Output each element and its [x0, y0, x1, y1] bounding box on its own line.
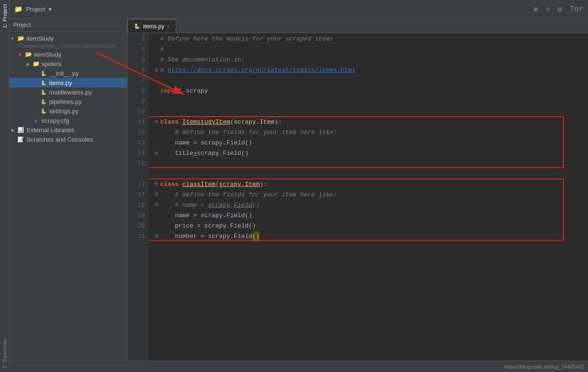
fold-icon-11[interactable]: ⊟	[153, 118, 160, 126]
code-line-19: name = scrapy.Field()	[153, 211, 584, 221]
py-file-icon: 🐍	[40, 107, 47, 115]
py-file-icon: 🐍	[40, 88, 47, 96]
line8-scrapy: scrapy	[182, 86, 208, 96]
line6-hash: #	[160, 65, 168, 76]
folder-icon: 📁	[32, 60, 40, 68]
code-line-18: ⊟ # name = scrapy.Field()	[153, 200, 584, 211]
sidebar-item-external-libs[interactable]: ▶ 📊 External Libraries	[9, 125, 127, 135]
sidebar-item-init[interactable]: 🐍 __init__.py	[9, 68, 127, 78]
line17-scrapy: scrapy	[219, 179, 241, 190]
line4-text: #	[160, 44, 164, 55]
line18-paren: ()	[252, 200, 260, 211]
title-bar: 📁 Project ▾ ⊕ ÷ ⚙ Tor	[9, 0, 588, 19]
tor-label[interactable]: Tor	[570, 5, 583, 14]
scratches-icon: 📝	[17, 135, 25, 143]
fold-icon-18[interactable]: ⊟	[153, 202, 160, 209]
line18-field: Field	[234, 200, 252, 211]
item-label: spiders	[42, 60, 61, 68]
fold-icon-6[interactable]: ⊟	[153, 67, 160, 74]
line15-blank	[160, 159, 164, 169]
code-line-8: import scrapy	[153, 86, 584, 96]
line17-sp	[179, 179, 182, 190]
fold-icon-21[interactable]: ⊟	[153, 233, 160, 240]
line17-class-kw: class	[160, 179, 179, 190]
line11-classname: ItemstudyItem	[182, 117, 230, 127]
sidebar-item-itemstudy-sub[interactable]: ▾ 📂 itemStudy	[9, 50, 127, 59]
line21-cursor: ()	[252, 231, 260, 242]
fold-icon-14[interactable]: ⊟	[153, 150, 160, 157]
item-label: pipelines.py	[49, 98, 82, 105]
fold-icon-17[interactable]: ⊟	[153, 181, 160, 188]
tab-close-button[interactable]: ×	[167, 24, 170, 29]
folder-open-icon: 📂	[25, 51, 32, 58]
project-path: F:\project\python_project\scrapy\itemStu…	[9, 43, 127, 50]
cfg-file-icon: ≡	[32, 117, 40, 124]
code-line-14: ⊟ title=scrapy.Field()	[153, 148, 584, 159]
py-file-icon: 🐍	[40, 98, 47, 105]
project-tab[interactable]: 1: Project	[1, 0, 9, 32]
sidebar-item-itemstudy-root[interactable]: ▾ 📂 itemStudy	[9, 34, 127, 43]
code-line-15	[153, 159, 584, 169]
py-file-icon: 🐍	[40, 69, 47, 77]
code-line-12: # define the fields for your item here l…	[153, 127, 584, 138]
sidebar-tree: ▾ 📂 itemStudy F:\project\python_project\…	[9, 32, 127, 361]
code-line-17: ⊟ class classItem(scrapy.Item):	[153, 179, 584, 190]
line6-url: https://docs.scrapy.org/en/latest/topics…	[168, 65, 356, 76]
line21-text: number = scrapy.Field	[160, 231, 252, 242]
item-label: itemStudy	[34, 51, 61, 58]
sidebar-item-settings[interactable]: 🐍 settings.py	[9, 106, 127, 116]
sidebar-item-pipelines[interactable]: 🐍 pipelines.py	[9, 97, 127, 106]
line13-name: name = scrapy.Field()	[160, 138, 252, 148]
arrow-icon: ▶	[11, 127, 17, 133]
tab-label: items.py	[143, 23, 164, 30]
item-label: middlewares.py	[49, 89, 92, 96]
line11-item: Item	[260, 117, 274, 127]
dropdown-arrow[interactable]: ▾	[49, 6, 52, 13]
code-line-4: #	[153, 44, 584, 55]
split-icon[interactable]: ÷	[545, 5, 550, 14]
arrow-icon: ▾	[11, 36, 17, 41]
line14-title: title	[160, 148, 193, 159]
line-numbers: 3 4 5 6 7 8 9 10 11 12 13 14 15	[128, 33, 149, 361]
sidebar-item-scratches[interactable]: 📝 Scratches and Consoles	[9, 135, 127, 144]
left-tab-panel: 1: Project 2: Favorites	[0, 0, 9, 372]
line11-scrapy: scrapy	[234, 117, 256, 127]
project-label[interactable]: Project	[26, 6, 45, 13]
sidebar-item-items[interactable]: 🐍 items.py	[9, 78, 127, 87]
code-content[interactable]: # Define here the models for your scrape…	[149, 33, 588, 361]
tab-bar: 🐍 items.py ×	[128, 19, 588, 33]
code-line-17b: ⊟ # define the fields for your item here…	[153, 190, 584, 200]
code-line-20: price = scrapy.Field()	[153, 221, 584, 231]
line17-open: (	[215, 179, 219, 190]
blog-url: https://blog.csdn.net/qq_34405401	[504, 364, 584, 370]
code-line-13: name = scrapy.Field()	[153, 138, 584, 148]
line16-blank	[160, 169, 164, 179]
fold-icon-17b[interactable]: ⊟	[153, 191, 160, 199]
sidebar-title: Project	[13, 22, 31, 28]
tab-items-py[interactable]: 🐍 items.py ×	[128, 19, 176, 33]
sidebar-item-middlewares[interactable]: 🐍 middlewares.py	[9, 87, 127, 97]
code-line-11: ⊟ class ItemstudyItem(scrapy.Item):	[153, 117, 584, 127]
line18-dot: .	[230, 200, 234, 211]
line14-rest: scrapy.Field()	[197, 148, 248, 159]
line17-dot: .	[241, 179, 245, 190]
item-label: items.py	[49, 79, 72, 86]
line8-import: import	[160, 86, 182, 96]
line7-blank	[160, 76, 164, 86]
sidebar: Project ▾ 📂 itemStudy F:\project\python_…	[9, 19, 128, 361]
line11-colon: ):	[274, 117, 282, 127]
sidebar-item-spiders[interactable]: ▶ 📁 spiders	[9, 59, 127, 68]
line20-text: price = scrapy.Field()	[160, 221, 256, 231]
code-line-7	[153, 76, 584, 86]
settings-icon[interactable]: ⚙	[558, 5, 562, 14]
line17-item: Item	[245, 179, 259, 190]
item-label: settings.py	[49, 108, 78, 115]
arrow-icon: ▾	[19, 52, 25, 57]
sidebar-item-scrapy-cfg[interactable]: ≡ scrapy.cfg	[9, 116, 127, 125]
code-line-3: # Define here the models for your scrape…	[153, 34, 584, 44]
code-line-10	[153, 107, 584, 117]
favorites-tab[interactable]: 2: Favorites	[1, 335, 9, 372]
line17-colon: ):	[260, 179, 267, 190]
add-icon[interactable]: ⊕	[533, 5, 538, 14]
line9-blank	[160, 96, 164, 107]
